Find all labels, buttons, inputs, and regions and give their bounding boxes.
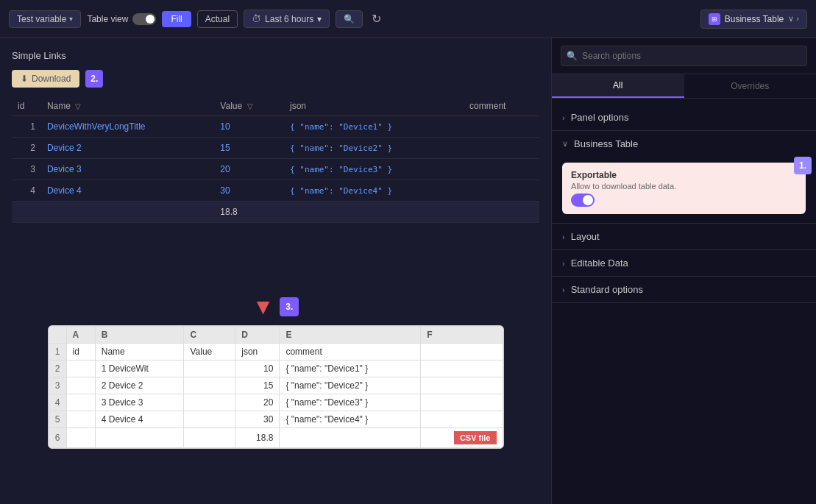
- col-name: Name ▽: [41, 96, 214, 116]
- csv-row-3: 3 2 Device 2 15 { "name": "Device2" }: [49, 377, 503, 394]
- row-4-comment: [464, 180, 539, 202]
- csv-col-a: A: [66, 327, 95, 344]
- csv-row-5: 5 4 Device 4 30 { "name": "Device4" }: [49, 411, 503, 428]
- csv-corner: [49, 327, 66, 344]
- csv-4d: 20: [235, 394, 280, 411]
- csv-6d: 18.8: [235, 428, 280, 448]
- editable-data-label: Editable Data: [571, 258, 628, 269]
- panel-options-label: Panel options: [571, 112, 629, 123]
- business-table-header[interactable]: ∨ Business Table: [552, 131, 816, 157]
- csv-col-c: C: [184, 327, 235, 344]
- search-input[interactable]: [561, 46, 807, 66]
- step-3-badge: 3.: [280, 297, 299, 316]
- panel-title: Business Table: [725, 14, 784, 24]
- csv-5c: [184, 411, 235, 428]
- table-view-switch[interactable]: [132, 13, 156, 25]
- exportable-toggle[interactable]: [571, 194, 595, 207]
- standard-options-header[interactable]: › Standard options: [552, 277, 816, 302]
- option-group-standard-options: › Standard options: [552, 277, 816, 303]
- row-2-value: 15: [214, 138, 284, 159]
- csv-5b: 4 Device 4: [95, 411, 184, 428]
- col-comment: comment: [464, 96, 539, 116]
- csv-row-1: 1 id Name Value json comment: [49, 344, 503, 361]
- csv-3a: [66, 377, 95, 394]
- row-1-id: 1: [12, 116, 41, 138]
- test-variable-button[interactable]: Test variable ▾: [9, 10, 81, 28]
- tab-all[interactable]: All: [552, 74, 684, 98]
- csv-3e: { "name": "Device2" }: [280, 377, 421, 394]
- csv-row-2: 2 1 DeviceWit 10 { "name": "Device1" }: [49, 361, 503, 377]
- row-2-comment: [464, 138, 539, 159]
- row-3-name[interactable]: Device 3: [41, 159, 214, 180]
- csv-1a: id: [66, 344, 95, 361]
- download-label: Download: [32, 74, 71, 84]
- csv-1f: [421, 344, 503, 361]
- left-panel: Simple Links ⬇ Download 2. id Name ▽ Val…: [0, 38, 551, 504]
- csv-4e: { "name": "Device3" }: [280, 394, 421, 411]
- csv-rownum-6: 6: [49, 428, 66, 448]
- csv-3d: 15: [235, 377, 280, 394]
- row-1-json: { "name": "Device1" }: [284, 116, 464, 138]
- download-area: ⬇ Download 2.: [12, 70, 539, 88]
- row-3-value: 20: [214, 159, 284, 180]
- fill-button[interactable]: Fill: [162, 11, 191, 27]
- csv-6c: [184, 428, 235, 448]
- row-2-name[interactable]: Device 2: [41, 138, 214, 159]
- name-filter-icon[interactable]: ▽: [75, 102, 81, 110]
- options-list: › Panel options ∨ Business Table Exporta…: [552, 99, 816, 504]
- row-4-name[interactable]: Device 4: [41, 180, 214, 202]
- refresh-button[interactable]: ↻: [369, 9, 384, 29]
- panel-title-chevrons: ∨ ›: [788, 14, 799, 24]
- tab-overrides[interactable]: Overrides: [684, 74, 817, 98]
- row-1-name[interactable]: DeviceWithVeryLongTitle: [41, 116, 214, 138]
- download-button[interactable]: ⬇ Download: [12, 70, 79, 88]
- panel-options-header[interactable]: › Panel options: [552, 104, 816, 130]
- csv-col-d: D: [235, 327, 280, 344]
- csv-rownum-3: 3: [49, 377, 66, 394]
- csv-2c: [184, 361, 235, 377]
- row-4-value: 30: [214, 180, 284, 202]
- row-4-id: 4: [12, 180, 41, 202]
- row-3-comment: [464, 159, 539, 180]
- panel-title-area: ⊞ Business Table ∨ ›: [700, 10, 807, 29]
- csv-2b: 1 DeviceWit: [95, 361, 184, 377]
- search-icon: 🔍: [567, 51, 578, 61]
- table-view-label: Table view: [87, 14, 128, 24]
- table-row: 4 Device 4 30 { "name": "Device4" }: [12, 180, 539, 202]
- csv-3f: [421, 377, 503, 394]
- row-4-json: { "name": "Device4" }: [284, 180, 464, 202]
- csv-col-e: E: [280, 327, 421, 344]
- csv-6a: [66, 428, 95, 448]
- csv-file-button[interactable]: CSV file: [454, 431, 497, 444]
- exportable-title: Exportable: [571, 170, 676, 180]
- zoom-out-button[interactable]: 🔍: [336, 10, 363, 28]
- col-value: Value ▽: [214, 96, 284, 116]
- csv-4c: [184, 394, 235, 411]
- exportable-desc: Allow to download table data.: [571, 182, 676, 191]
- csv-6b: [95, 428, 184, 448]
- csv-1c: Value: [184, 344, 235, 361]
- editable-data-header[interactable]: › Editable Data: [552, 250, 816, 276]
- csv-panel: A B C D E F 1 id Name Valu: [48, 325, 504, 449]
- option-group-panel: › Panel options: [552, 104, 816, 131]
- csv-5e: { "name": "Device4" }: [280, 411, 421, 428]
- csv-1e: comment: [280, 344, 421, 361]
- csv-rownum-1: 1: [49, 344, 66, 361]
- clock-icon: ⏱: [252, 13, 261, 24]
- csv-3c: [184, 377, 235, 394]
- csv-row-6: 6 18.8 CSV file: [49, 428, 503, 448]
- table-row: 3 Device 3 20 { "name": "Device3" }: [12, 159, 539, 180]
- download-icon: ⬇: [21, 74, 28, 84]
- csv-table: A B C D E F 1 id Name Valu: [49, 326, 503, 448]
- right-panel: 🔍 All Overrides › Panel options ∨ Busine…: [551, 38, 816, 504]
- exportable-card: Exportable Allow to download table data.…: [562, 163, 806, 214]
- time-range-button[interactable]: ⏱ Last 6 hours ▾: [244, 10, 330, 28]
- option-group-business-table: ∨ Business Table Exportable Allow to dow…: [552, 131, 816, 224]
- row-1-comment: [464, 116, 539, 138]
- value-filter-icon[interactable]: ▽: [247, 102, 253, 110]
- panel-options-chevron: ›: [562, 113, 565, 122]
- layout-header[interactable]: › Layout: [552, 224, 816, 249]
- actual-button[interactable]: Actual: [197, 10, 238, 28]
- business-table-body: Exportable Allow to download table data.…: [552, 157, 816, 223]
- table-row: 2 Device 2 15 { "name": "Device2" }: [12, 138, 539, 159]
